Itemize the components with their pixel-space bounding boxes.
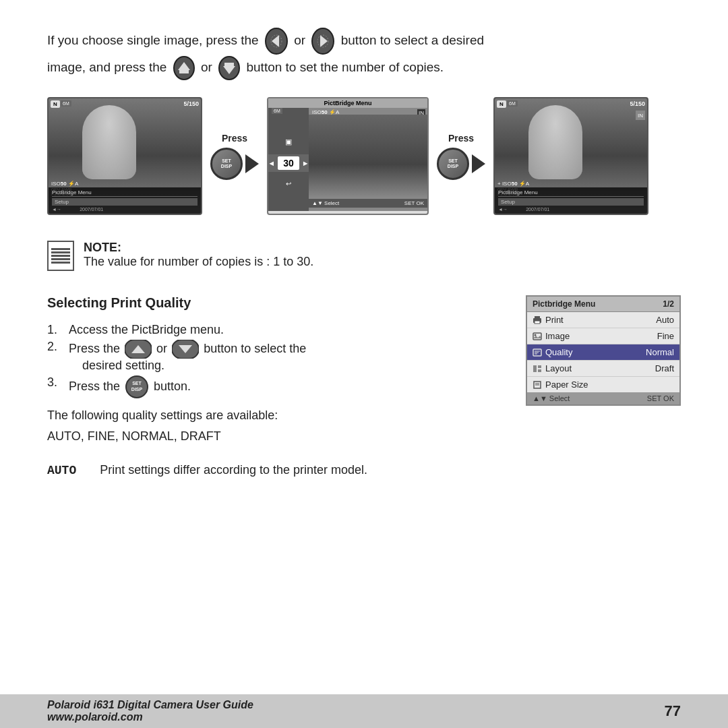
svg-text:DISP: DISP — [131, 387, 143, 392]
screens-row: N 6M 5/150 ISO50 ⚡A 0EV AWB F2.8 1/60 Pi… — [47, 97, 681, 215]
camera-screen-3: N 6M 5/150 IN + ISO50 ⚡A 0EV AWB F2.8 1/… — [493, 97, 648, 215]
pb-row-layout-label: Layout — [545, 363, 655, 373]
step-2-pre: Press the — [69, 342, 120, 355]
quality-available-text: The following quality settings are avail… — [47, 408, 278, 422]
set-disp-button-2[interactable]: SETDISP — [437, 148, 469, 180]
intro-or2: or — [201, 60, 212, 74]
intro-line2-post: button to set the number of copies. — [246, 60, 444, 74]
intro-paragraph: If you choose single image, press the or… — [47, 27, 681, 81]
camera-screen-1: N 6M 5/150 ISO50 ⚡A 0EV AWB F2.8 1/60 Pi… — [47, 97, 202, 215]
press-arrow-2: Press SETDISP — [429, 133, 493, 180]
note-section: NOTE: The value for number of copies is … — [47, 235, 681, 276]
step-3: 3. Press the SET DISP button. — [47, 375, 506, 398]
step-1-text: Access the PictBridge menu. — [69, 323, 506, 337]
screen3-menu-title: PictBridge Menu — [498, 189, 644, 197]
pb-menu-table: Pictbridge Menu 1/2 Print Auto Image Fin… — [526, 295, 681, 406]
pb-row-print-val: Auto — [656, 315, 674, 325]
press-label-2: Press — [448, 133, 474, 144]
pb-row-papersize-label: Paper Size — [545, 380, 674, 390]
image-icon — [533, 332, 542, 340]
up-btn-icon — [173, 55, 195, 81]
down-btn-icon — [218, 55, 241, 81]
pb-row-layout-val: Draft — [655, 363, 674, 373]
pb-row-image-label: Image — [545, 331, 657, 341]
page: If you choose single image, press the or… — [0, 0, 728, 728]
note-icon — [47, 241, 74, 271]
set-disp-inline-icon: SET DISP — [125, 375, 148, 398]
pb-row-print-label: Print — [545, 315, 656, 325]
pb-menu-row-print: Print Auto — [527, 312, 679, 328]
pb-row-quality-val: Normal — [646, 347, 674, 357]
set-disp-button-1[interactable]: SETDISP — [210, 148, 243, 180]
quality-down-icon — [172, 340, 199, 359]
auto-label: AUTO — [47, 464, 76, 477]
step-2-or: or — [156, 342, 167, 355]
step-3-pre: Press the — [69, 380, 120, 393]
copies-display: 30 — [278, 156, 299, 170]
intro-or1: or — [294, 33, 305, 47]
step-3-body: Press the SET DISP button. — [69, 375, 506, 398]
footer-brand: Polaroid i631 Digital Camera User Guide — [47, 699, 253, 711]
quality-up-icon — [125, 340, 152, 359]
svg-rect-20 — [535, 316, 540, 318]
press-label-1: Press — [222, 133, 247, 144]
screen1-date: 2007/07/01 — [80, 207, 103, 212]
footer-page-number: 77 — [665, 702, 681, 720]
paper-size-icon — [533, 381, 542, 389]
left-nav-icon — [264, 27, 289, 55]
step-2-post: button to select the — [204, 342, 306, 355]
pb-title-bar: PictBridge Menu — [268, 98, 427, 108]
step-1-num: 1. — [47, 323, 63, 337]
step-3-post: button. — [154, 380, 191, 393]
svg-marker-24 — [533, 336, 541, 338]
pb-menu-row-layout: Layout Draft — [527, 361, 679, 377]
svg-rect-29 — [533, 365, 537, 372]
screen1-menu-title: PictBridge Menu — [52, 189, 198, 197]
svg-rect-11 — [224, 63, 234, 66]
pictbridge-screen: PictBridge Menu 6M ▣ ◄ 30 ► ↩ IN — [267, 97, 429, 215]
press-arrow-1: Press SETDISP — [202, 133, 267, 180]
quality-auto-line: AUTO Print settings differ according to … — [47, 460, 506, 481]
page-footer: Polaroid i631 Digital Camera User Guide … — [0, 694, 728, 728]
pb-menu-header: Pictbridge Menu 1/2 — [527, 297, 679, 312]
intro-line1-post: button to select a desired — [341, 33, 484, 47]
step-2-body: Press the or button to select the desire… — [69, 340, 506, 373]
note-content: NOTE: The value for number of copies is … — [84, 241, 313, 269]
svg-rect-21 — [535, 321, 540, 324]
quality-title: Selecting Print Quality — [47, 295, 506, 311]
screen3-date: 2007/07/01 — [526, 207, 549, 212]
arrow-right-2 — [472, 154, 485, 173]
layout-icon — [533, 365, 542, 373]
intro-line2-pre: image, and press the — [47, 60, 166, 74]
step-2-continued: desired setting. — [82, 359, 164, 372]
pb-menu-ok: SET OK — [647, 394, 674, 402]
quality-settings-list: AUTO, FINE, NORMAL, DRAFT — [47, 429, 221, 443]
print-icon — [533, 316, 542, 324]
pb-menu-row-quality: Quality Normal — [527, 344, 679, 361]
pb-menu-select: ▲▼ Select — [533, 394, 570, 402]
step-2: 2. Press the or button to select the — [47, 340, 506, 373]
pb-row-quality-label: Quality — [545, 347, 646, 357]
pb-row-image-val: Fine — [657, 331, 674, 341]
pb-menu-title: Pictbridge Menu — [533, 299, 595, 309]
footer-website: www.polaroid.com — [47, 711, 253, 723]
footer-branding: Polaroid i631 Digital Camera User Guide … — [47, 699, 253, 723]
auto-desc: Print settings differ according to the p… — [100, 463, 367, 477]
step-3-num: 3. — [47, 375, 63, 390]
pb-menu-page: 1/2 — [663, 299, 674, 309]
step-1: 1. Access the PictBridge menu. — [47, 323, 506, 337]
svg-text:SET: SET — [132, 381, 142, 386]
step-2-num: 2. — [47, 340, 63, 354]
quality-available: The following quality settings are avail… — [47, 405, 506, 446]
intro-line1-pre: If you choose single image, press the — [47, 33, 259, 47]
arrow-right-1 — [245, 154, 259, 173]
pb-menu-row-papersize: Paper Size — [527, 377, 679, 392]
quality-section: Selecting Print Quality 1. Access the Pi… — [47, 295, 681, 481]
note-text: The value for number of copies is : 1 to… — [84, 255, 313, 268]
pb-menu-footer: ▲▼ Select SET OK — [527, 392, 679, 404]
quality-icon — [533, 348, 542, 357]
note-label: NOTE: — [84, 241, 121, 254]
svg-rect-8 — [179, 70, 189, 73]
right-nav-icon — [311, 27, 335, 55]
pb-menu-row-image: Image Fine — [527, 328, 679, 344]
